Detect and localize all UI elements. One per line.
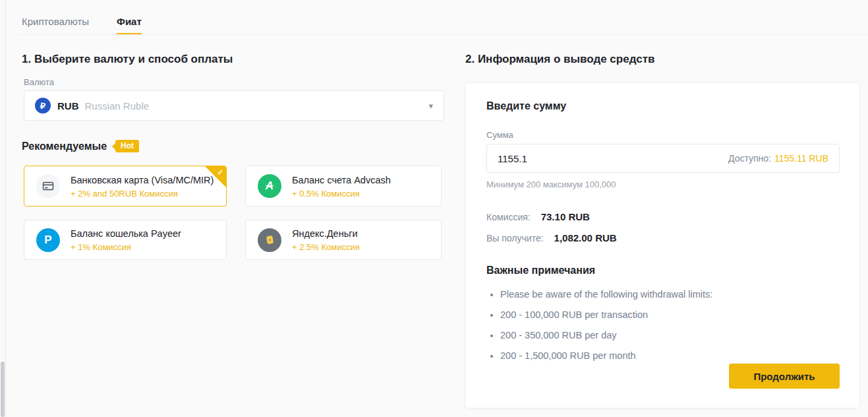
tabbar: Криптовалюты Фиат xyxy=(22,16,142,35)
note-item: 200 - 100,000 RUB per transaction xyxy=(500,309,840,320)
currency-select[interactable]: ₽ RUB Russian Ruble ▾ xyxy=(24,90,444,121)
fee-label: Комиссия: xyxy=(486,212,531,222)
recommended-label: Рекомендуемые xyxy=(22,141,107,152)
method-fee: + 2% and 50RUB Комиссия xyxy=(71,189,214,199)
payment-method-bank-card[interactable]: ✓ Банковская карта (Visa/MC/MIR) + 2% an… xyxy=(24,166,227,207)
left-edge-divider xyxy=(5,0,6,417)
method-title: Банковская карта (Visa/MC/MIR) xyxy=(71,174,214,187)
payment-method-yandex-money[interactable]: Яндекс.Деньги + 2.5% Комиссия xyxy=(245,220,442,260)
method-title: Баланс счета Advcash xyxy=(292,174,391,187)
method-fee: + 0.5% Комиссия xyxy=(292,189,391,199)
fee-row: Комиссия: 73.10 RUB xyxy=(486,211,840,222)
fee-value: 73.10 RUB xyxy=(541,211,590,222)
ruble-currency-icon: ₽ xyxy=(35,98,51,113)
withdrawal-page: Криптовалюты Фиат 1. Выберите валюту и с… xyxy=(0,0,868,417)
right-section-heading: 2. Информация о выводе средств xyxy=(465,53,654,66)
method-fee: + 1% Комиссия xyxy=(71,242,181,252)
hot-badge: Hot xyxy=(115,140,139,152)
payment-method-advcash[interactable]: A Баланс счета Advcash + 0.5% Комиссия xyxy=(245,166,442,207)
amount-input[interactable] xyxy=(498,153,728,164)
recommended-row: Рекомендуемые Hot xyxy=(22,140,139,152)
notes-list: Please be aware of the following withdra… xyxy=(486,289,840,361)
scrollbar-thumb[interactable] xyxy=(1,362,5,417)
amount-field: Доступно: 1155.11 RUB xyxy=(486,144,840,173)
check-icon: ✓ xyxy=(217,168,223,177)
advcash-icon: A xyxy=(258,174,281,198)
yandex-money-icon xyxy=(258,228,281,252)
currency-name: Russian Ruble xyxy=(85,100,150,112)
withdrawal-info-panel: Введите сумму Сумма Доступно: 1155.11 RU… xyxy=(465,82,860,408)
amount-range-hint: Минимум 200 максимум 100,000 xyxy=(486,179,840,189)
continue-button[interactable]: Продолжить xyxy=(729,364,840,389)
currency-field-label: Валюта xyxy=(24,77,54,87)
receive-value: 1,082.00 RUB xyxy=(554,232,617,243)
currency-code: RUB xyxy=(57,100,79,112)
method-title: Баланс кошелька Payeer xyxy=(71,228,181,240)
payment-method-payeer[interactable]: P Баланс кошелька Payeer + 1% Комиссия xyxy=(24,220,227,260)
notes-title: Важные примечания xyxy=(486,265,840,276)
method-fee: + 2.5% Комиссия xyxy=(292,242,360,252)
method-title: Яндекс.Деньги xyxy=(292,228,360,240)
tab-cryptocurrencies[interactable]: Криптовалюты xyxy=(22,16,89,35)
tabbar-divider xyxy=(18,34,868,35)
note-item: 200 - 1,500,000 RUB per month xyxy=(500,350,840,361)
panel-title: Введите сумму xyxy=(486,100,840,112)
amount-field-label: Сумма xyxy=(486,130,840,140)
available-label: Доступно: xyxy=(728,153,771,164)
receive-label: Вы получите: xyxy=(486,233,544,243)
tab-fiat[interactable]: Фиат xyxy=(117,16,142,35)
left-section-heading: 1. Выберите валюту и способ оплаты xyxy=(22,53,233,66)
payeer-icon: P xyxy=(36,228,60,252)
receive-row: Вы получите: 1,082.00 RUB xyxy=(486,232,840,243)
note-item: 200 - 350,000 RUB per day xyxy=(500,330,840,340)
available-value: 1155.11 RUB xyxy=(774,153,828,164)
bank-card-icon xyxy=(36,174,60,198)
note-item: Please be aware of the following withdra… xyxy=(500,289,840,300)
chevron-down-icon: ▾ xyxy=(428,101,433,111)
